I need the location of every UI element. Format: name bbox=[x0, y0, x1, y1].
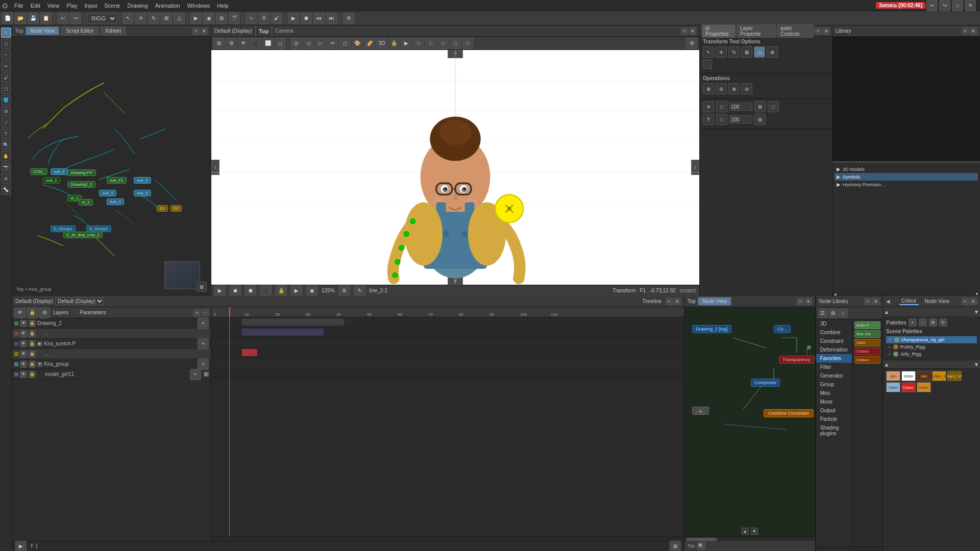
deform2-tool[interactable]: ⤢ bbox=[1, 117, 11, 128]
palette-item-rubby[interactable]: ○ Rubby_Rigg bbox=[886, 343, 977, 350]
cam-bg4-btn[interactable]: □ bbox=[437, 38, 449, 49]
node-zoom-btn[interactable]: ⊞ bbox=[197, 282, 207, 292]
mini-node-y[interactable]: ...y... bbox=[692, 407, 709, 415]
node-drawing2[interactable]: Drawing2_2 bbox=[67, 181, 95, 188]
node-lib-list-view[interactable]: ☰ bbox=[818, 309, 827, 318]
node-canvas[interactable]: CON_ sub_1 Drawing-P.P sub_2 Drawing2_2 … bbox=[12, 37, 211, 296]
cam-bg2-btn[interactable]: □ bbox=[413, 38, 424, 49]
cam-lock-btn[interactable]: 🔒 bbox=[388, 38, 400, 49]
close-btn[interactable]: ✕ bbox=[965, 0, 976, 11]
bnode-scroll-up[interactable]: ▲ bbox=[742, 528, 749, 535]
cam-color-btn[interactable]: 🌈 bbox=[364, 38, 375, 49]
timeline-content[interactable] bbox=[211, 317, 684, 537]
cam-foot-play[interactable]: ▶ bbox=[214, 285, 226, 296]
save-as-btn[interactable]: 📋 bbox=[40, 13, 52, 24]
swatch-rubber[interactable]: Rubber_Str bbox=[932, 371, 946, 381]
node-d1[interactable]: D1 bbox=[157, 205, 168, 212]
mini-node-composite[interactable]: Composite bbox=[751, 379, 780, 387]
timeline-close[interactable]: ✕ bbox=[674, 298, 681, 305]
timeline-dropdown[interactable]: Default (Display) bbox=[55, 297, 104, 305]
timeline-scrollbar[interactable] bbox=[211, 537, 684, 541]
bottom-node-footer-search[interactable]: 🔍 bbox=[697, 542, 705, 550]
tab-script-editor[interactable]: Script Editor bbox=[61, 27, 98, 35]
node-sub-f1[interactable]: sub_F1 bbox=[107, 177, 127, 184]
next-btn[interactable]: ⏭ bbox=[326, 13, 337, 24]
layer-eye-4[interactable]: 👁 bbox=[20, 350, 27, 358]
rotate-btn[interactable]: ↻ bbox=[148, 13, 159, 24]
cam-foot-stop[interactable]: ⏹ bbox=[245, 285, 256, 296]
prop-icon-rotate[interactable]: ↻ bbox=[728, 46, 740, 58]
prop-checkbox-square[interactable] bbox=[703, 60, 712, 69]
eraser-tool[interactable]: ◻ bbox=[1, 84, 11, 94]
node-sub5[interactable]: sub_5 bbox=[134, 190, 151, 196]
maximize-btn[interactable]: □ bbox=[952, 0, 963, 11]
cam-foot-out[interactable]: ⬛ bbox=[260, 285, 272, 296]
tl-status-scroll[interactable]: ⊠ bbox=[670, 541, 681, 552]
node-lib-favorites[interactable]: Favorites bbox=[816, 354, 852, 363]
menu-view[interactable]: View bbox=[44, 2, 63, 10]
bone-btn[interactable]: ⥁ bbox=[258, 13, 270, 24]
layer-eye-model[interactable]: 👁 bbox=[20, 371, 27, 378]
prop-y-square[interactable]: □ bbox=[716, 114, 727, 125]
colour-scroll-right[interactable]: ▼ bbox=[974, 309, 979, 315]
node-drawing-p[interactable]: Drawing-P.P bbox=[67, 169, 96, 176]
node-lib-output[interactable]: Output bbox=[816, 406, 852, 415]
prop-y-link[interactable]: ⊞ bbox=[754, 114, 766, 125]
move-btn[interactable]: ✛ bbox=[135, 13, 146, 24]
colour-close[interactable]: ✕ bbox=[970, 298, 977, 305]
camera-plus[interactable]: + bbox=[681, 28, 688, 35]
colour-tab-colour[interactable]: Colour bbox=[899, 297, 918, 305]
node-lib-misc[interactable]: Misc bbox=[816, 389, 852, 397]
node-sub-arm[interactable]: C_Ar_Buy_Line_3 bbox=[63, 232, 103, 238]
bnode-scroll-down[interactable]: ▼ bbox=[751, 528, 758, 535]
art-btn[interactable]: 🖌 bbox=[271, 13, 282, 24]
layer-lock-sketch[interactable]: 🔒 bbox=[29, 340, 36, 347]
cam-bg5-btn[interactable]: □ bbox=[450, 38, 461, 49]
layer-expand-kiragroup[interactable]: ▼ bbox=[37, 362, 42, 367]
preset-dropdown[interactable]: RIGG bbox=[87, 13, 117, 23]
text-tool[interactable]: T bbox=[1, 129, 11, 139]
layer-eye-kiragroup[interactable]: 👁 bbox=[20, 361, 27, 368]
layer-row-kiragroup[interactable]: 👁 🔒 ▼ Kira_group + bbox=[12, 359, 211, 369]
prop-x-val[interactable] bbox=[729, 103, 752, 111]
select-btn[interactable]: ↖ bbox=[122, 13, 134, 24]
node-lib-particle[interactable]: Particle bbox=[816, 415, 852, 423]
menu-scene[interactable]: Scene bbox=[101, 2, 123, 10]
colour-tab-node[interactable]: Node View bbox=[923, 298, 951, 305]
colour-collapse-left[interactable]: ◀ bbox=[886, 298, 895, 304]
cam-bg6-btn[interactable]: □ bbox=[462, 38, 473, 49]
render-btn[interactable]: 🎬 bbox=[229, 13, 240, 24]
prop-x-extra[interactable]: □ bbox=[768, 101, 779, 112]
mini-node-co[interactable]: Co... bbox=[774, 325, 791, 333]
cam-foot-onion[interactable]: ◉ bbox=[306, 285, 317, 296]
colour-plus[interactable]: + bbox=[962, 298, 969, 305]
prev-btn[interactable]: ⏮ bbox=[313, 13, 325, 24]
layer-add-sketch[interactable]: + bbox=[198, 338, 209, 349]
camera-close[interactable]: ✕ bbox=[689, 28, 696, 35]
grid-btn[interactable]: ⊞ bbox=[216, 13, 227, 24]
redo-main-btn[interactable]: ↪ bbox=[70, 13, 81, 24]
node-lib-3d[interactable]: 3D bbox=[816, 319, 852, 328]
cam-settings2-btn[interactable]: ⚙ bbox=[686, 38, 697, 49]
palette-refresh-btn[interactable]: ↻ bbox=[939, 318, 947, 327]
magnify-tool[interactable]: 🔍 bbox=[1, 140, 11, 150]
layer-add-kiragroup[interactable]: + bbox=[198, 359, 209, 370]
cam-composite-btn[interactable]: ⬜ bbox=[262, 38, 274, 49]
cam-settings-btn[interactable]: ⚙ bbox=[226, 38, 237, 49]
node-lib-scroll[interactable] bbox=[816, 547, 883, 551]
layer-eye-2[interactable]: 👁 bbox=[20, 330, 27, 337]
node-lib-shading[interactable]: Shading plugins bbox=[816, 423, 852, 438]
node-lib-deformation[interactable]: Deformation bbox=[816, 345, 852, 354]
prop-plus[interactable]: + bbox=[815, 28, 822, 35]
layer-row-drawing2[interactable]: 👁 🔒 Drawing_2 + bbox=[12, 318, 211, 329]
cam-bg3-btn[interactable]: □ bbox=[425, 38, 436, 49]
menu-drawing[interactable]: Drawing bbox=[124, 2, 151, 10]
bottom-node-plus[interactable]: + bbox=[797, 298, 804, 305]
node-detail-auto[interactable]: Auto-P bbox=[854, 321, 880, 329]
cam-prev-btn[interactable]: ◁ bbox=[303, 38, 314, 49]
swatch-glass[interactable]: Glass bbox=[886, 382, 900, 392]
menu-file[interactable]: File bbox=[11, 2, 27, 10]
node-sub4[interactable]: sub_4 bbox=[107, 198, 124, 205]
prop-icon-pivot[interactable]: ⊕ bbox=[767, 46, 778, 58]
hand-tool[interactable]: ✋ bbox=[1, 151, 11, 161]
